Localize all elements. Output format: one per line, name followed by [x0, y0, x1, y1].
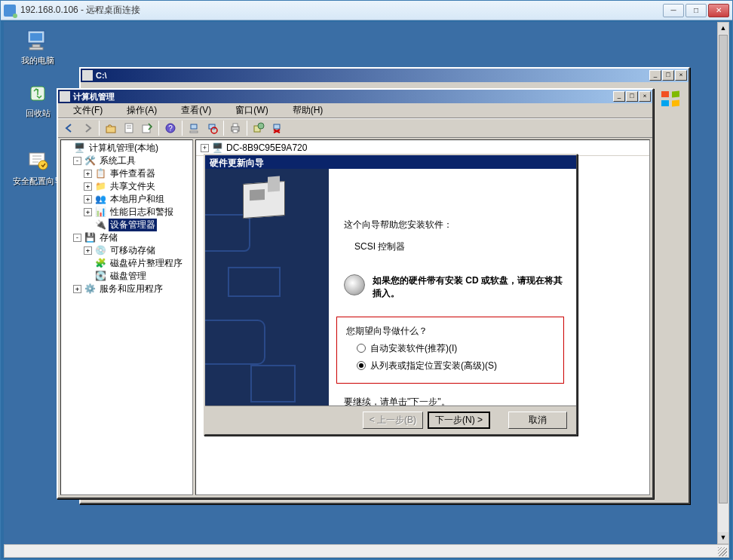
windows-logo [655, 84, 685, 114]
tree-pane[interactable]: 🖥️计算机管理(本地) -🛠️系统工具 +📋事件查看器 +📁共享文件夹 +👥本地… [60, 139, 193, 495]
close-button[interactable]: × [675, 70, 687, 81]
tree-disk-management[interactable]: 💽磁盘管理 [63, 270, 191, 283]
status-bar [4, 544, 729, 558]
menu-window[interactable]: 窗口(W) [223, 103, 280, 118]
recycle-icon [25, 81, 51, 106]
tree-system-tools[interactable]: -🛠️系统工具 [63, 155, 191, 167]
menu-file[interactable]: 文件(F) [61, 103, 115, 118]
wizard-question: 您期望向导做什么？ [346, 325, 554, 338]
close-button[interactable]: ✕ [708, 4, 729, 17]
security-icon [25, 148, 51, 174]
tree-device-manager[interactable]: 🔌设备管理器 [63, 219, 191, 231]
export-button[interactable] [139, 120, 155, 136]
vertical-scrollbar[interactable]: ▲ ▼ [717, 22, 729, 544]
mgmt-titlebar[interactable]: 计算机管理 _ □ × [58, 90, 652, 103]
svg-text:?: ? [168, 124, 173, 133]
computer-icon: 🖥️ [212, 142, 223, 153]
forward-button[interactable] [79, 120, 96, 136]
hardware-update-wizard: 硬件更新向导 这个向导帮助您安装软件： SCSI 控制器 [204, 154, 578, 436]
wizard-title[interactable]: 硬件更新向导 [205, 155, 576, 169]
details-pane[interactable]: + 🖥️ DC-8B9C95E9A720 硬件更新向导 [195, 139, 650, 495]
print-button[interactable] [227, 120, 244, 136]
scroll-down-button[interactable]: ▼ [718, 532, 728, 543]
rdp-icon [4, 5, 16, 17]
help-button[interactable]: ? [162, 120, 179, 136]
tree-removable-storage[interactable]: +💿可移动存储 [63, 244, 191, 257]
tree-storage[interactable]: -💾存储 [63, 231, 191, 244]
svg-rect-7 [106, 127, 115, 133]
svg-rect-24 [274, 124, 280, 129]
svg-point-6 [38, 161, 48, 170]
drive-icon [82, 70, 93, 81]
mgmt-icon [60, 91, 70, 102]
minimize-button[interactable]: _ [613, 91, 625, 102]
refresh-button[interactable] [204, 120, 220, 136]
radio-label: 从列表或指定位置安装(高级)(S) [370, 360, 497, 372]
cd-icon [344, 274, 365, 295]
menu-bar: 文件(F) 操作(A) 查看(V) 窗口(W) 帮助(H) [58, 103, 652, 118]
close-button[interactable]: × [639, 91, 651, 102]
wizard-sidebar [205, 169, 329, 405]
back-button[interactable]: < 上一步(B) [363, 412, 423, 429]
mgmt-title: 计算机管理 [73, 91, 613, 103]
tree-perf-logs[interactable]: +📊性能日志和警报 [63, 206, 191, 219]
scrollbar-thumb[interactable] [719, 35, 728, 503]
maximize-button[interactable]: □ [626, 91, 638, 102]
menu-help[interactable]: 帮助(H) [281, 103, 336, 118]
wizard-content: 这个向导帮助您安装软件： SCSI 控制器 如果您的硬件带有安装 CD 或软盘，… [329, 169, 576, 405]
wizard-intro-text: 这个向导帮助您安装软件： [344, 219, 564, 231]
up-button[interactable] [103, 120, 119, 136]
radio-list-install[interactable]: 从列表或指定位置安装(高级)(S) [357, 360, 554, 372]
back-button[interactable] [61, 120, 78, 136]
tree-local-users[interactable]: +👥本地用户和组 [63, 193, 191, 206]
computer-management-window[interactable]: 计算机管理 _ □ × 文件(F) 操作(A) 查看(V) 窗口(W) 帮助(H… [57, 88, 654, 499]
rdp-window: 192.168.0.106 - 远程桌面连接 ─ □ ✕ 我的电脑 回收站 安全… [0, 0, 733, 560]
desktop-icon-label: 我的电脑 [11, 55, 64, 66]
computer-icon [25, 28, 51, 54]
next-button[interactable]: 下一步(N) > [428, 412, 490, 429]
minimize-button[interactable]: _ [649, 70, 661, 81]
device-action-button[interactable] [250, 120, 267, 136]
wizard-button-row: < 上一步(B) 下一步(N) > 取消 [205, 405, 576, 434]
toolbar: ? [58, 118, 652, 138]
properties-button[interactable] [121, 120, 137, 136]
cancel-button[interactable]: 取消 [508, 412, 567, 429]
tree-defrag[interactable]: 🧩磁盘碎片整理程序 [63, 257, 191, 270]
svg-rect-21 [233, 130, 238, 133]
wizard-hero-icon [243, 181, 285, 219]
tree-shared-folders[interactable]: +📁共享文件夹 [63, 180, 191, 193]
wizard-question-box: 您期望向导做什么？ 自动安装软件(推荐)(I) 从列表或指定位置安装(高级)(S… [336, 317, 564, 384]
desktop-icon-my-computer[interactable]: 我的电脑 [11, 28, 64, 66]
radio-auto-install[interactable]: 自动安装软件(推荐)(I) [357, 342, 554, 355]
resize-grip[interactable] [718, 547, 727, 556]
scroll-up-button[interactable]: ▲ [718, 23, 728, 34]
menu-action[interactable]: 操作(A) [115, 103, 169, 118]
svg-rect-2 [32, 44, 40, 47]
wizard-cd-instruction: 如果您的硬件带有安装 CD 或软盘，请现在将其插入。 [373, 274, 564, 300]
tree-event-viewer[interactable]: +📋事件查看器 [63, 167, 191, 180]
radio-icon [357, 361, 366, 370]
svg-rect-16 [190, 131, 198, 133]
svg-rect-3 [29, 47, 43, 50]
menu-view[interactable]: 查看(V) [169, 103, 223, 118]
maximize-button[interactable]: □ [662, 70, 674, 81]
rdp-title: 192.168.0.106 - 远程桌面连接 [20, 4, 663, 17]
radio-icon [357, 344, 366, 353]
svg-rect-20 [233, 124, 238, 127]
computer-name: DC-8B9C95E9A720 [226, 142, 307, 153]
remote-desktop[interactable]: 我的电脑 回收站 安全配置向导 C:\ _ □ × [4, 22, 729, 544]
maximize-button[interactable]: □ [685, 4, 707, 17]
rdp-titlebar[interactable]: 192.168.0.106 - 远程桌面连接 ─ □ ✕ [1, 1, 732, 20]
tree-root[interactable]: 🖥️计算机管理(本地) [63, 142, 191, 155]
explorer-title: C:\ [96, 71, 649, 80]
scan-button[interactable] [186, 120, 202, 136]
tree-services-apps[interactable]: +⚙️服务和应用程序 [63, 283, 191, 295]
wizard-device-name: SCSI 控制器 [354, 240, 564, 253]
uninstall-button[interactable] [268, 120, 285, 136]
radio-label: 自动安装软件(推荐)(I) [370, 342, 457, 355]
svg-rect-1 [30, 33, 42, 41]
svg-point-23 [258, 123, 264, 129]
minimize-button[interactable]: ─ [663, 4, 684, 17]
explorer-titlebar[interactable]: C:\ _ □ × [81, 69, 689, 82]
expand-button[interactable]: + [201, 144, 209, 152]
